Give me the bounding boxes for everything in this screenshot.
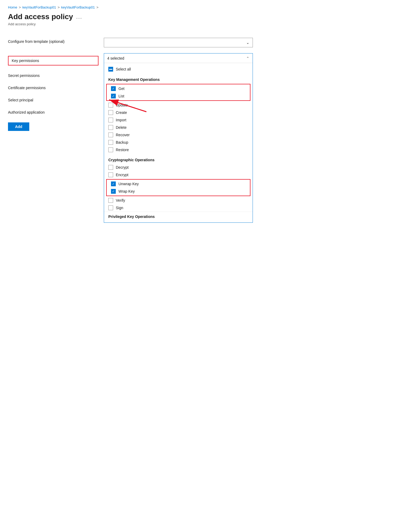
dropdown-list: Select all Key Management Operations Get…: [104, 63, 253, 222]
breadcrumb-vault2[interactable]: keyVaultForBackup01: [61, 5, 95, 9]
page-title: Add access policy: [8, 13, 73, 21]
checkbox-restore[interactable]: Restore: [104, 146, 253, 154]
restore-label: Restore: [116, 148, 129, 152]
encrypt-label: Encrypt: [116, 173, 128, 177]
page-subtitle: Add access policy: [8, 22, 253, 26]
checkbox-encrypt[interactable]: Encrypt: [104, 171, 253, 179]
authorized-application-label: Authorized application: [8, 109, 104, 114]
checkbox-wrap-key[interactable]: Wrap Key: [107, 188, 250, 195]
delete-label: Delete: [116, 125, 126, 130]
get-list-highlight-box: Get List: [106, 84, 250, 101]
ellipsis-button[interactable]: ...: [76, 14, 82, 20]
certificate-permissions-label: Certificate permissions: [8, 84, 104, 90]
sign-label: Sign: [116, 206, 123, 210]
update-checkbox[interactable]: [108, 103, 113, 108]
encrypt-checkbox[interactable]: [108, 172, 113, 177]
verify-checkbox[interactable]: [108, 198, 113, 203]
create-checkbox[interactable]: [108, 110, 113, 115]
checkbox-unwrap-key[interactable]: Unwrap Key: [107, 180, 250, 188]
wrap-unwrap-highlight-box: Unwrap Key Wrap Key: [106, 179, 250, 196]
wrap-key-checkbox[interactable]: [111, 189, 116, 194]
key-permissions-dropdown[interactable]: 4 selected ⌃ Select all Key Management O…: [104, 53, 253, 223]
checkbox-sign[interactable]: Sign: [104, 204, 253, 212]
wrap-key-label: Wrap Key: [118, 189, 135, 193]
checkbox-delete[interactable]: Delete: [104, 124, 253, 131]
backup-label: Backup: [116, 140, 128, 144]
checkbox-verify[interactable]: Verify: [104, 197, 253, 204]
select-all-row[interactable]: Select all: [104, 65, 253, 73]
get-checkbox[interactable]: [111, 86, 116, 91]
checkbox-create[interactable]: Create: [104, 109, 253, 116]
dropdown-selected-count: 4 selected: [107, 56, 124, 60]
chevron-down-icon: ⌄: [246, 40, 249, 45]
checkbox-get[interactable]: Get: [107, 85, 250, 92]
import-label: Import: [116, 118, 126, 122]
list-checkbox[interactable]: [111, 94, 116, 98]
checkbox-backup[interactable]: Backup: [104, 139, 253, 146]
recover-label: Recover: [116, 133, 130, 137]
create-label: Create: [116, 110, 127, 115]
checkbox-update[interactable]: Update: [104, 101, 253, 109]
breadcrumb-home[interactable]: Home: [8, 5, 17, 9]
configure-template-label: Configure from template (optional): [8, 38, 104, 44]
select-all-checkbox[interactable]: [108, 67, 113, 72]
checkbox-recover[interactable]: Recover: [104, 131, 253, 139]
backup-checkbox[interactable]: [108, 140, 113, 145]
privileged-header: Privileged Key Operations: [104, 212, 253, 220]
key-permissions-label: Key permissions: [8, 56, 98, 65]
dropdown-header[interactable]: 4 selected ⌃: [104, 53, 253, 63]
restore-checkbox[interactable]: [108, 147, 113, 152]
cryptographic-header: Cryptographic Operations: [104, 156, 253, 164]
breadcrumb-vault1[interactable]: keyVaultForBackup01: [22, 5, 56, 9]
delete-checkbox[interactable]: [108, 125, 113, 130]
decrypt-label: Decrypt: [116, 165, 129, 170]
select-all-label: Select all: [116, 67, 131, 71]
checkbox-decrypt[interactable]: Decrypt: [104, 164, 253, 171]
list-label: List: [118, 94, 124, 98]
verify-label: Verify: [116, 198, 125, 202]
recover-checkbox[interactable]: [108, 133, 113, 137]
secret-permissions-label: Secret permissions: [8, 72, 104, 78]
import-checkbox[interactable]: [108, 118, 113, 122]
chevron-up-icon: ⌃: [246, 56, 249, 60]
configure-template-dropdown[interactable]: ⌄: [104, 38, 253, 47]
add-button[interactable]: Add: [8, 122, 29, 131]
decrypt-checkbox[interactable]: [108, 165, 113, 170]
key-management-header: Key Management Operations: [104, 75, 253, 83]
unwrap-key-checkbox[interactable]: [111, 181, 116, 186]
unwrap-key-label: Unwrap Key: [118, 182, 139, 186]
checkbox-list[interactable]: List: [107, 92, 250, 100]
update-label: Update: [116, 103, 128, 107]
select-principal-label: Select principal: [8, 96, 104, 102]
breadcrumb: Home > keyVaultForBackup01 > keyVaultFor…: [8, 5, 253, 9]
checkbox-import[interactable]: Import: [104, 116, 253, 124]
sign-checkbox[interactable]: [108, 205, 113, 210]
get-label: Get: [118, 86, 125, 91]
